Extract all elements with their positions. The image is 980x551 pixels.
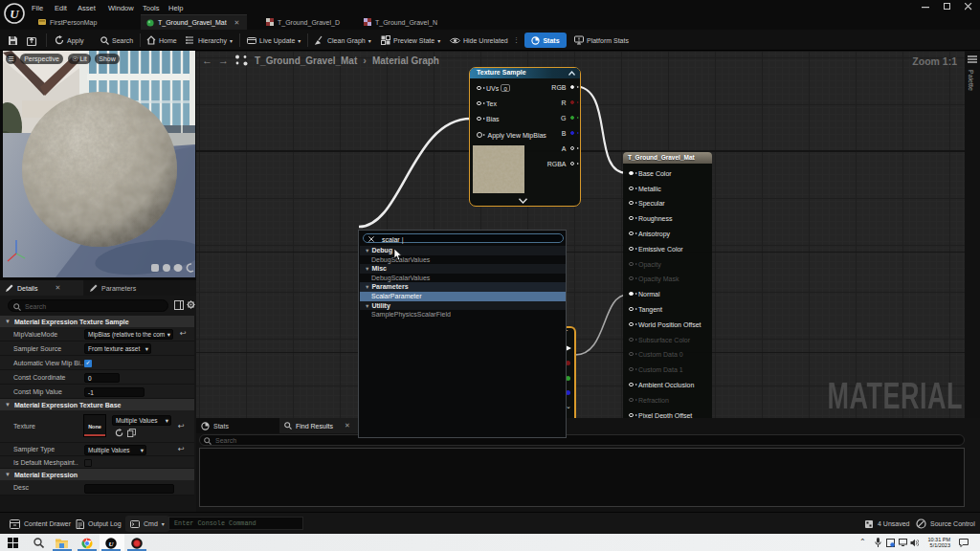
svg-text:U: U [10,7,19,21]
